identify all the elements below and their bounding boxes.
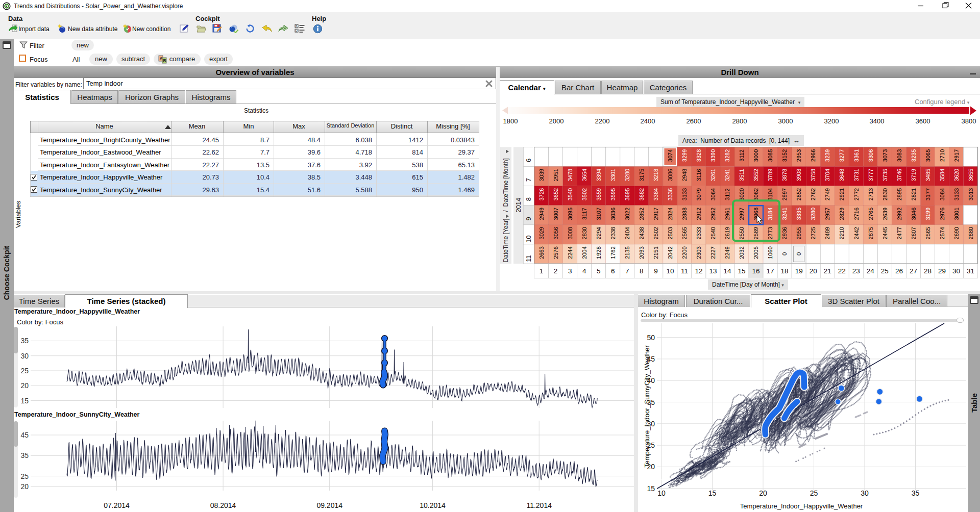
svg-text:35: 35 [912, 489, 920, 497]
svg-text:Temperature_Indoor_Happyville_: Temperature_Indoor_Happyville_Weather [740, 502, 863, 510]
svg-text:Temperature_Indoor_SunnyCity_W: Temperature_Indoor_SunnyCity_Weather [643, 345, 651, 467]
svg-text:10: 10 [657, 489, 666, 497]
svg-text:20: 20 [759, 489, 767, 497]
svg-text:50: 50 [647, 334, 655, 342]
svg-text:15: 15 [708, 489, 717, 497]
svg-text:25: 25 [810, 489, 818, 497]
svg-text:15: 15 [647, 484, 655, 493]
svg-text:30: 30 [861, 489, 869, 497]
